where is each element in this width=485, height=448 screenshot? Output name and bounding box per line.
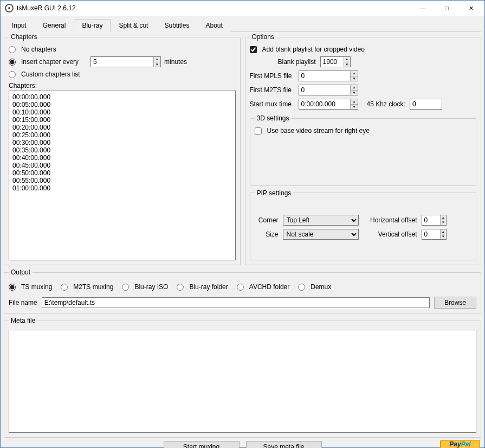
meta-textarea[interactable] xyxy=(9,330,476,433)
output-iso-radio[interactable] xyxy=(122,284,129,291)
pip-size-label: Size xyxy=(255,231,279,238)
clock45-input[interactable] xyxy=(410,99,442,110)
window-title: tsMuxeR GUI 2.6.12 xyxy=(17,4,410,12)
add-blank-label: Add blank playlist for cropped video xyxy=(262,46,365,53)
add-blank-checkbox[interactable] xyxy=(250,46,257,53)
spin-down-icon[interactable]: ▼ xyxy=(351,105,357,110)
tab-body: Chapters No chapters Insert chapter ever… xyxy=(4,33,481,448)
output-folder-radio[interactable] xyxy=(177,284,184,291)
start-mux-spinner[interactable]: ▲▼ xyxy=(299,99,358,110)
tab-general[interactable]: General xyxy=(35,19,74,32)
window-controls: — □ ✕ xyxy=(410,1,483,16)
pip-voff-label: Vertical offset xyxy=(363,231,417,238)
output-legend: Output xyxy=(9,268,33,276)
first-mpls-input[interactable] xyxy=(299,71,351,81)
first-mpls-label: First MPLS file xyxy=(250,72,294,80)
spin-down-icon[interactable]: ▼ xyxy=(441,234,446,239)
output-ts-label: TS muxing xyxy=(21,283,52,291)
pip-voff-input[interactable] xyxy=(422,229,440,239)
spin-down-icon[interactable]: ▼ xyxy=(351,91,357,95)
pip-hoff-spinner[interactable]: ▲▼ xyxy=(422,215,447,226)
first-m2ts-input[interactable] xyxy=(299,85,351,95)
chapters-list[interactable]: 00:00:00.000 00:05:00.000 00:10:00.000 0… xyxy=(9,91,236,260)
output-demux-label: Demux xyxy=(311,283,331,291)
blank-playlist-label: Blank playlist xyxy=(278,58,316,66)
first-m2ts-spinner[interactable]: ▲▼ xyxy=(299,85,358,95)
pip-hoff-input[interactable] xyxy=(422,215,440,225)
pip-settings-legend: PIP settings xyxy=(255,189,294,197)
app-window: tsMuxeR GUI 2.6.12 — □ ✕ Input General B… xyxy=(0,0,485,448)
chapters-group: Chapters No chapters Insert chapter ever… xyxy=(4,33,241,265)
output-avchd-radio[interactable] xyxy=(237,284,244,291)
pip-size-select[interactable]: Not scale xyxy=(283,229,359,240)
meta-legend: Meta file xyxy=(9,317,37,324)
maximize-button[interactable]: □ xyxy=(435,1,459,16)
output-group: Output TS muxing M2TS muxing Blu-ray ISO… xyxy=(4,268,481,313)
blank-playlist-spinner[interactable]: ▲▼ xyxy=(320,56,351,67)
3d-settings-group: 3D settings Use base video stream for ri… xyxy=(250,114,477,186)
no-chapters-radio[interactable] xyxy=(9,46,16,53)
filename-input[interactable] xyxy=(42,297,430,308)
spin-up-icon[interactable]: ▲ xyxy=(441,229,446,235)
tab-input[interactable]: Input xyxy=(4,19,35,32)
spin-up-icon[interactable]: ▲ xyxy=(351,71,357,76)
output-iso-label: Blu-ray ISO xyxy=(134,283,168,291)
minimize-button[interactable]: — xyxy=(410,1,435,16)
spin-down-icon[interactable]: ▼ xyxy=(344,62,350,67)
clock45-label: 45 Khz clock: xyxy=(367,100,405,108)
browse-button[interactable]: Browse xyxy=(434,297,476,309)
insert-interval-spinner[interactable]: ▲▼ xyxy=(90,56,161,67)
spin-up-icon[interactable]: ▲ xyxy=(351,85,357,91)
app-icon xyxy=(5,4,14,12)
titlebar: tsMuxeR GUI 2.6.12 — □ ✕ xyxy=(1,1,484,16)
output-m2ts-label: M2TS muxing xyxy=(73,283,113,291)
spin-down-icon[interactable]: ▼ xyxy=(441,220,446,225)
meta-group: Meta file xyxy=(4,317,481,438)
no-chapters-label: No chapters xyxy=(21,46,56,53)
save-meta-button[interactable]: Save meta file xyxy=(246,441,322,448)
insert-unit-label: minutes xyxy=(164,58,187,66)
spin-up-icon[interactable]: ▲ xyxy=(154,57,160,62)
start-mux-label: Start mux time xyxy=(250,100,294,108)
output-folder-label: Blu-ray folder xyxy=(189,283,228,291)
custom-chapters-radio[interactable] xyxy=(9,71,16,78)
insert-chapter-label: Insert chapter every xyxy=(21,58,79,66)
insert-interval-input[interactable] xyxy=(91,57,153,67)
output-demux-radio[interactable] xyxy=(298,284,305,291)
tab-split-cut[interactable]: Split & cut xyxy=(111,19,156,32)
3d-settings-legend: 3D settings xyxy=(255,114,292,122)
content-area: Input General Blu-ray Split & cut Subtit… xyxy=(1,16,484,448)
chapters-legend: Chapters xyxy=(9,33,40,41)
pip-corner-select[interactable]: Top Left xyxy=(283,215,359,226)
tab-about[interactable]: About xyxy=(197,19,230,32)
custom-chapters-label: Custom chapters list xyxy=(21,71,80,78)
spin-up-icon[interactable]: ▲ xyxy=(441,215,446,221)
output-avchd-label: AVCHD folder xyxy=(249,283,289,291)
bottom-bar: Start muxing Save meta file PayPal Donat… xyxy=(4,438,481,448)
spin-up-icon[interactable]: ▲ xyxy=(344,57,350,62)
insert-chapter-radio[interactable] xyxy=(9,59,16,66)
start-mux-input[interactable] xyxy=(299,99,351,109)
start-muxing-button[interactable]: Start muxing xyxy=(164,441,240,448)
first-m2ts-label: First M2TS file xyxy=(250,86,294,94)
spin-down-icon[interactable]: ▼ xyxy=(351,76,357,81)
pip-corner-label: Corner xyxy=(255,216,279,224)
tab-strip: Input General Blu-ray Split & cut Subtit… xyxy=(4,18,481,32)
paypal-donate-button[interactable]: PayPal Donate xyxy=(440,440,480,448)
use-base-checkbox[interactable] xyxy=(255,127,262,135)
use-base-label: Use base video stream for right eye xyxy=(267,127,370,135)
tab-subtitles[interactable]: Subtitles xyxy=(156,19,197,32)
spin-up-icon[interactable]: ▲ xyxy=(351,99,357,105)
output-ts-radio[interactable] xyxy=(9,284,16,291)
spin-down-icon[interactable]: ▼ xyxy=(154,62,160,67)
output-m2ts-radio[interactable] xyxy=(61,284,68,291)
options-group: Options Add blank playlist for cropped v… xyxy=(245,33,482,265)
blank-playlist-input[interactable] xyxy=(321,57,344,67)
close-button[interactable]: ✕ xyxy=(459,1,483,16)
options-legend: Options xyxy=(250,33,276,41)
pip-settings-group: PIP settings Corner Top Left Horizontal … xyxy=(250,189,477,261)
tab-bluray[interactable]: Blu-ray xyxy=(74,19,111,32)
chapters-list-label: Chapters: xyxy=(9,82,236,89)
pip-voff-spinner[interactable]: ▲▼ xyxy=(422,229,447,240)
first-mpls-spinner[interactable]: ▲▼ xyxy=(299,71,358,81)
